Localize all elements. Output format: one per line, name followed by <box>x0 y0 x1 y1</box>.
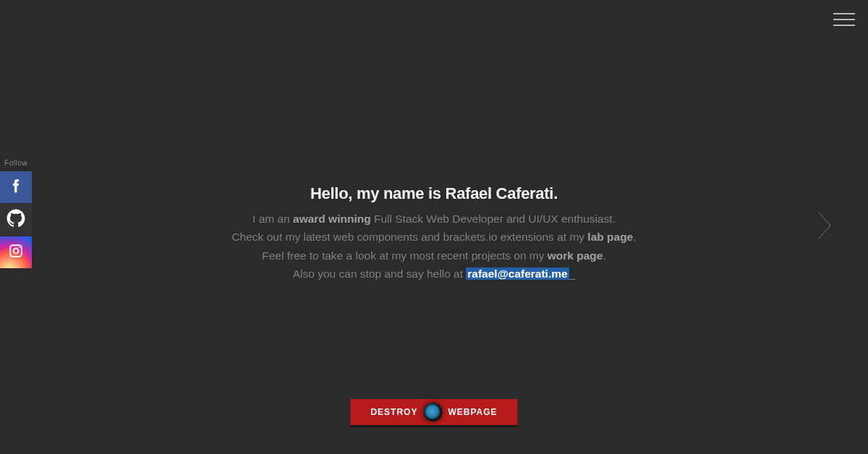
lab-page-link[interactable]: lab page <box>587 231 633 243</box>
github-link[interactable] <box>0 203 32 236</box>
hero-line-2: Check out my latest web components and b… <box>109 228 760 245</box>
next-slide-button[interactable] <box>810 205 839 249</box>
facebook-icon <box>8 178 24 197</box>
follow-label: Follow <box>0 159 32 167</box>
typing-cursor: _ <box>569 267 576 280</box>
hero-line-1-suffix: Full Stack Web Developer and UI/UX enthu… <box>371 213 616 225</box>
hero-line-4: Also you can stop and say hello at rafae… <box>109 265 760 282</box>
destroy-label-right: WEBPAGE <box>448 407 497 417</box>
hero-line-4-prefix: Also you can stop and say hello at <box>293 267 467 280</box>
hamburger-menu-button[interactable] <box>833 13 855 26</box>
hero-line-1: I am an award winning Full Stack Web Dev… <box>109 210 760 227</box>
instagram-icon <box>8 243 24 262</box>
chevron-right-icon <box>816 210 833 244</box>
hero-line-1-bold: award winning <box>293 213 371 225</box>
email-link[interactable]: rafael@caferati.me <box>466 267 569 280</box>
instagram-link[interactable] <box>0 236 32 268</box>
hamburger-line <box>833 25 855 26</box>
hero-line-2-suffix: . <box>633 231 636 243</box>
hero-line-2-prefix: Check out my latest web components and b… <box>231 231 587 243</box>
hamburger-line <box>833 19 855 20</box>
facebook-link[interactable] <box>0 171 32 203</box>
destroy-label-left: DESTROY <box>370 407 417 417</box>
work-page-link[interactable]: work page <box>548 249 603 262</box>
hero-line-3: Feel free to take a look at my most rece… <box>109 247 760 264</box>
tank-icon <box>423 403 442 421</box>
destroy-button-wrap: DESTROY WEBPAGE <box>350 399 517 425</box>
destroy-webpage-button[interactable]: DESTROY WEBPAGE <box>350 399 517 425</box>
hero-line-3-suffix: . <box>603 249 605 262</box>
github-icon <box>7 209 25 231</box>
hero-line-3-prefix: Feel free to take a look at my most rece… <box>262 249 548 262</box>
hero-line-1-prefix: I am an <box>252 213 293 225</box>
hero-title: Hello, my name is Rafael Caferati. <box>109 184 760 203</box>
social-rail: Follow <box>0 159 32 268</box>
hero-section: Hello, my name is Rafael Caferati. I am … <box>109 184 760 283</box>
hamburger-line <box>833 13 855 14</box>
